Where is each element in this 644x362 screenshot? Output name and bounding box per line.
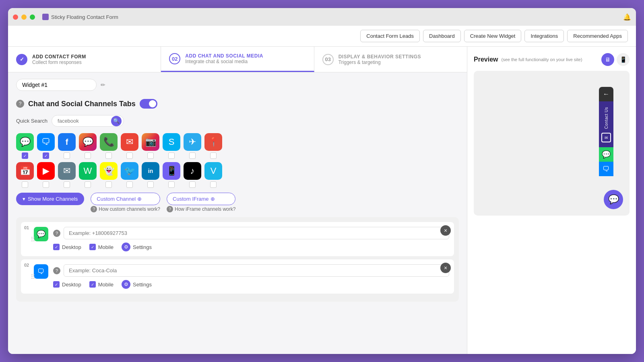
calendar-icon[interactable]: 📅	[16, 162, 34, 180]
vimeo-icon[interactable]: V	[204, 162, 222, 180]
email-checkbox[interactable]	[126, 152, 133, 159]
custom-channel-button[interactable]: Custom Channel ⊕	[91, 193, 160, 205]
window-title-area: Sticky Floating Contact Form	[42, 14, 118, 20]
iframe-help[interactable]: ? How iFrame channels work?	[167, 206, 235, 212]
minimize-button[interactable]	[21, 14, 27, 20]
channel-vimeo: V	[204, 162, 222, 188]
close-button[interactable]	[13, 14, 18, 20]
section-help-icon[interactable]: ?	[16, 100, 24, 108]
create-new-widget-button[interactable]: Create New Widget	[464, 30, 522, 42]
mobile-preview-button[interactable]: 📱	[617, 53, 630, 66]
row-2-close-button[interactable]: ×	[440, 263, 451, 273]
row-1-settings-button[interactable]: ⚙ Settings	[122, 243, 152, 251]
widget-name-input[interactable]	[16, 79, 97, 91]
row-2-settings-button[interactable]: ⚙ Settings	[122, 280, 152, 289]
messenger-icon[interactable]: 🗨	[37, 133, 55, 151]
row-2-desktop-checkbox[interactable]: ✓	[53, 281, 60, 288]
step-2[interactable]: 02 ADD CHAT AND SOCIAL MEDIA Integrate c…	[161, 47, 314, 72]
custom-channel-help[interactable]: ? How custom channels work?	[91, 206, 160, 212]
window-title: Sticky Floating Contact Form	[51, 14, 118, 20]
edit-icon[interactable]: ✏	[101, 82, 105, 88]
actions-row: ▾ Show More Channels Custom Channel ⊕ ? …	[16, 193, 459, 212]
twitter-checkbox[interactable]	[126, 181, 133, 188]
help-icon-iframe: ?	[167, 206, 173, 212]
calendar-checkbox[interactable]	[22, 181, 28, 188]
dashboard-button[interactable]: Dashboard	[423, 30, 461, 42]
wechat-icon[interactable]: W	[79, 162, 97, 180]
chevron-down-icon: ▾	[23, 196, 25, 202]
location-checkbox[interactable]	[210, 152, 217, 159]
phone-icon[interactable]: 📞	[100, 133, 118, 151]
search-wrapper: 🔍	[52, 115, 124, 127]
notification-icon[interactable]: 🔔	[623, 13, 631, 21]
drag-handle-2[interactable]: ⠿	[31, 273, 35, 280]
row-1-phone-input[interactable]	[64, 227, 449, 239]
search-button[interactable]: 🔍	[111, 116, 122, 126]
row-2-mobile-check[interactable]: ✓ Mobile	[89, 281, 114, 288]
channel-messenger: 🗨 ✓	[37, 133, 55, 159]
channel-twitter: 🐦	[121, 162, 138, 188]
tiktok-icon[interactable]: ♪	[184, 162, 201, 180]
telegram-icon[interactable]: ✈	[184, 133, 201, 151]
linkedin-checkbox[interactable]	[147, 181, 154, 188]
chat-bubble-button[interactable]: 💬	[604, 190, 623, 209]
recommended-apps-button[interactable]: Recommended Apps	[567, 30, 628, 42]
step-3[interactable]: 03 DISPLAY & BEHAVIOR SETTINGS Triggers …	[314, 47, 467, 72]
row-2-name-input[interactable]	[64, 264, 449, 277]
instagram-dm-checkbox[interactable]	[85, 152, 91, 159]
row-2-mobile-checkbox[interactable]: ✓	[89, 281, 96, 288]
row-2-help-icon[interactable]: ?	[53, 267, 60, 274]
whatsapp-icon[interactable]: 💬	[16, 133, 34, 151]
widget-messenger-button[interactable]: 🗨	[599, 162, 613, 176]
skype-icon[interactable]: S	[163, 133, 180, 151]
drag-handle-1[interactable]: ⠿	[31, 235, 35, 243]
snapchat-checkbox[interactable]	[105, 181, 112, 188]
contact-form-leads-button[interactable]: Contact Form Leads	[360, 30, 420, 42]
step-1[interactable]: ✓ ADD CONTACT FORM Collect form response…	[8, 47, 161, 72]
row-1-mobile-check[interactable]: ✓ Mobile	[89, 244, 114, 250]
snapchat-icon[interactable]: 👻	[100, 162, 118, 180]
chat-channels-toggle[interactable]	[140, 99, 157, 109]
phone-checkbox[interactable]	[105, 152, 112, 159]
location-icon[interactable]: 📍	[204, 133, 222, 151]
desktop-preview-button[interactable]: 🖥	[601, 53, 614, 66]
sms-checkbox[interactable]	[64, 181, 70, 188]
integrations-button[interactable]: Integrations	[524, 30, 564, 42]
vimeo-checkbox[interactable]	[210, 181, 217, 188]
instagram-dm-icon[interactable]: 💬	[79, 133, 97, 151]
viber-checkbox[interactable]	[168, 181, 175, 188]
show-more-channels-button[interactable]: ▾ Show More Channels	[16, 193, 84, 205]
facebook-icon[interactable]: f	[58, 133, 76, 151]
app-window: Sticky Floating Contact Form 🔔 Contact F…	[8, 8, 636, 354]
telegram-checkbox[interactable]	[189, 152, 196, 159]
messenger-checkbox[interactable]: ✓	[43, 152, 49, 159]
row-2-desktop-label: Desktop	[62, 282, 81, 288]
row-1-desktop-checkbox[interactable]: ✓	[53, 244, 60, 250]
row-1-help-icon[interactable]: ?	[53, 230, 60, 237]
linkedin-icon[interactable]: in	[142, 162, 159, 180]
row-2-desktop-check[interactable]: ✓ Desktop	[53, 281, 81, 288]
channel-row-2: 02 ⠿ 🗨 ? ✓ Desktop	[21, 259, 454, 294]
row-1-close-button[interactable]: ×	[440, 225, 451, 236]
sms-icon[interactable]: ✉	[58, 162, 76, 180]
skype-checkbox[interactable]	[168, 152, 175, 159]
twitter-icon[interactable]: 🐦	[121, 162, 138, 180]
wechat-checkbox[interactable]	[85, 181, 91, 188]
tiktok-checkbox[interactable]	[189, 181, 196, 188]
widget-whatsapp-button[interactable]: 💬	[599, 147, 613, 162]
row-1-mobile-checkbox[interactable]: ✓	[89, 244, 96, 250]
facebook-checkbox[interactable]	[64, 152, 70, 159]
youtube-icon[interactable]: ▶	[37, 162, 55, 180]
instagram-icon[interactable]: 📷	[142, 133, 159, 151]
email-icon[interactable]: ✉	[121, 133, 138, 151]
youtube-checkbox[interactable]	[43, 181, 49, 188]
widget-body: Contact Us ✉	[599, 101, 613, 147]
instagram-checkbox[interactable]	[147, 152, 154, 159]
widget-back-button[interactable]: ←	[599, 87, 613, 101]
whatsapp-checkbox[interactable]: ✓	[22, 152, 28, 159]
channel-location: 📍	[204, 133, 222, 159]
maximize-button[interactable]	[30, 14, 35, 20]
viber-icon[interactable]: 📱	[163, 162, 180, 180]
row-1-desktop-check[interactable]: ✓ Desktop	[53, 244, 81, 250]
custom-iframe-button[interactable]: Custom IFrame ⊕	[167, 193, 235, 205]
